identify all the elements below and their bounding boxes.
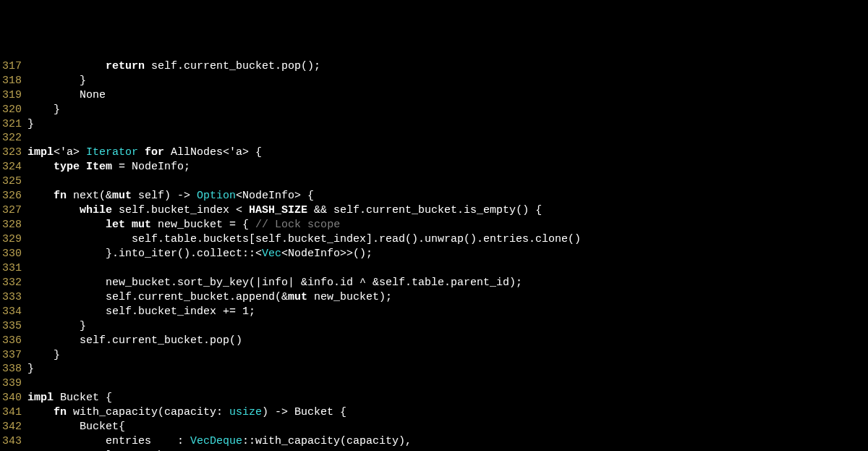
code-content[interactable] bbox=[27, 174, 868, 189]
line-number: 339 bbox=[0, 376, 27, 391]
line-number: 343 bbox=[0, 434, 27, 449]
code-content[interactable]: let mut new_bucket = { // Lock scope bbox=[27, 218, 868, 232]
code-line[interactable]: 324 type Item = NodeInfo; bbox=[0, 160, 868, 174]
line-number: 331 bbox=[0, 261, 27, 276]
code-line[interactable]: 326 fn next(&mut self) -> Option<NodeInf… bbox=[0, 189, 868, 203]
code-line[interactable]: 319 None bbox=[0, 88, 868, 103]
line-number: 338 bbox=[0, 362, 27, 376]
line-number: 323 bbox=[0, 146, 27, 160]
code-line[interactable]: 342 Bucket{ bbox=[0, 420, 868, 434]
code-line[interactable]: 323impl<'a> Iterator for AllNodes<'a> { bbox=[0, 146, 868, 160]
code-content[interactable]: while self.bucket_index < HASH_SIZE && s… bbox=[27, 203, 868, 218]
code-line[interactable]: 328 let mut new_bucket = { // Lock scope bbox=[0, 218, 868, 232]
code-content[interactable]: fn next(&mut self) -> Option<NodeInfo> { bbox=[27, 189, 868, 203]
line-number: 337 bbox=[0, 348, 27, 363]
code-line[interactable]: 321} bbox=[0, 117, 868, 132]
code-line[interactable]: 325 bbox=[0, 174, 868, 189]
code-content[interactable]: impl<'a> Iterator for AllNodes<'a> { bbox=[27, 146, 868, 160]
code-line[interactable]: 322 bbox=[0, 131, 868, 146]
line-number: 329 bbox=[0, 232, 27, 247]
code-line[interactable]: 327 while self.bucket_index < HASH_SIZE … bbox=[0, 203, 868, 218]
line-number: 326 bbox=[0, 189, 27, 203]
line-number: 325 bbox=[0, 174, 27, 189]
code-line[interactable]: 329 self.table.buckets[self.bucket_index… bbox=[0, 232, 868, 247]
code-content[interactable]: Bucket{ bbox=[27, 420, 868, 434]
code-content[interactable]: } bbox=[27, 117, 868, 132]
line-number: 328 bbox=[0, 218, 27, 232]
line-number: 318 bbox=[0, 74, 27, 88]
code-line[interactable]: 317 return self.current_bucket.pop(); bbox=[0, 59, 868, 74]
code-content[interactable]: new_bucket.sort_by_key(|info| &info.id ^… bbox=[27, 276, 868, 290]
code-content[interactable] bbox=[27, 376, 868, 391]
code-content[interactable] bbox=[27, 261, 868, 276]
code-content[interactable]: self.bucket_index += 1; bbox=[27, 305, 868, 319]
code-content[interactable]: } bbox=[27, 362, 868, 376]
line-number: 332 bbox=[0, 276, 27, 290]
code-line[interactable]: 336 self.current_bucket.pop() bbox=[0, 334, 868, 348]
line-number: 336 bbox=[0, 334, 27, 348]
code-line[interactable]: 331 bbox=[0, 261, 868, 276]
code-line[interactable]: 340impl Bucket { bbox=[0, 391, 868, 405]
line-number: 320 bbox=[0, 103, 27, 117]
code-line[interactable]: 339 bbox=[0, 376, 868, 391]
code-line[interactable]: 333 self.current_bucket.append(&mut new_… bbox=[0, 290, 868, 305]
code-line[interactable]: 335 } bbox=[0, 319, 868, 334]
code-line[interactable]: 337 } bbox=[0, 348, 868, 363]
line-number: 340 bbox=[0, 391, 27, 405]
code-content[interactable]: self.table.buckets[self.bucket_index].re… bbox=[27, 232, 868, 247]
line-number: 321 bbox=[0, 117, 27, 132]
code-line[interactable]: 318 } bbox=[0, 74, 868, 88]
line-number: 334 bbox=[0, 305, 27, 319]
code-content[interactable]: None bbox=[27, 88, 868, 103]
line-number: 324 bbox=[0, 160, 27, 174]
code-line[interactable]: 332 new_bucket.sort_by_key(|info| &info.… bbox=[0, 276, 868, 290]
code-editor[interactable]: 317 return self.current_bucket.pop();318… bbox=[0, 59, 868, 451]
code-content[interactable]: entries : VecDeque::with_capacity(capaci… bbox=[27, 434, 868, 449]
code-content[interactable]: impl Bucket { bbox=[27, 391, 868, 405]
code-line[interactable]: 338} bbox=[0, 362, 868, 376]
code-content[interactable]: fn with_capacity(capacity: usize) -> Buc… bbox=[27, 405, 868, 420]
code-content[interactable]: } bbox=[27, 103, 868, 117]
code-content[interactable] bbox=[27, 131, 868, 146]
line-number: 319 bbox=[0, 88, 27, 103]
code-content[interactable]: } bbox=[27, 348, 868, 363]
line-number: 322 bbox=[0, 131, 27, 146]
code-line[interactable]: 341 fn with_capacity(capacity: usize) ->… bbox=[0, 405, 868, 420]
code-content[interactable]: } bbox=[27, 74, 868, 88]
line-number: 317 bbox=[0, 59, 27, 74]
code-content[interactable]: type Item = NodeInfo; bbox=[27, 160, 868, 174]
code-line[interactable]: 330 }.into_iter().collect::<Vec<NodeInfo… bbox=[0, 247, 868, 261]
code-content[interactable]: self.current_bucket.append(&mut new_buck… bbox=[27, 290, 868, 305]
code-line[interactable]: 343 entries : VecDeque::with_capacity(ca… bbox=[0, 434, 868, 449]
line-number: 341 bbox=[0, 405, 27, 420]
line-number: 327 bbox=[0, 203, 27, 218]
line-number: 330 bbox=[0, 247, 27, 261]
line-number: 342 bbox=[0, 420, 27, 434]
code-content[interactable]: self.current_bucket.pop() bbox=[27, 334, 868, 348]
line-number: 335 bbox=[0, 319, 27, 334]
code-content[interactable]: } bbox=[27, 319, 868, 334]
code-content[interactable]: return self.current_bucket.pop(); bbox=[27, 59, 868, 74]
line-number: 333 bbox=[0, 290, 27, 305]
code-line[interactable]: 320 } bbox=[0, 103, 868, 117]
code-line[interactable]: 334 self.bucket_index += 1; bbox=[0, 305, 868, 319]
code-content[interactable]: }.into_iter().collect::<Vec<NodeInfo>>()… bbox=[27, 247, 868, 261]
